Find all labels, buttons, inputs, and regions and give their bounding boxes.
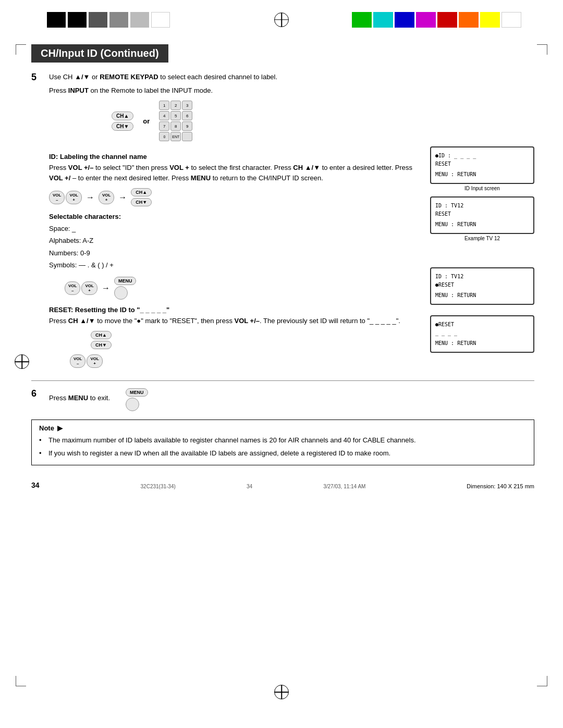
step5-text2: Press INPUT on the Remote to label the I… xyxy=(49,85,534,96)
note-label: Note xyxy=(39,424,54,432)
key-1: 1 xyxy=(159,101,169,110)
vol-minus-r: VOL– xyxy=(70,354,85,368)
reset-ch-buttons: CH▲ CH▼ xyxy=(49,331,420,349)
center-reg-mark xyxy=(274,13,289,27)
footer-meta: 32C231(31-34) 34 3/27/03, 11:14 AM xyxy=(141,484,366,489)
note-item-2: • If you wish to register a new ID when … xyxy=(39,448,527,459)
color-bars xyxy=(352,12,521,28)
arrow-3: → xyxy=(102,283,110,293)
key-3: 3 xyxy=(182,101,192,110)
after-reset-line2: _ _ _ _ xyxy=(435,329,529,337)
ch-reset-group: CH▲ CH▼ xyxy=(91,331,112,349)
arrow-2: → xyxy=(118,193,127,202)
or-text: or xyxy=(143,117,150,125)
corner-mark-tl xyxy=(16,44,26,55)
menu-exit-label: MENU xyxy=(126,388,148,397)
id-labeling-text: Press VOL +/– to select "ID" then press … xyxy=(49,163,420,183)
keypad-graphic: 1 2 3 4 5 6 7 8 9 0 ENT xyxy=(159,101,192,141)
keypad: 1 2 3 4 5 6 7 8 9 0 ENT xyxy=(159,101,192,141)
chv-button: CH▼ xyxy=(112,122,133,131)
bottom-center-reg-mark xyxy=(274,685,289,699)
after-reset-line1: ●RESET xyxy=(435,320,529,329)
key-4: 4 xyxy=(159,111,169,120)
selectable-space: Space: _ xyxy=(49,223,420,235)
corner-mark-tr xyxy=(537,44,547,55)
after-reset-wrap: ●RESET _ _ _ _ MENU : RETURN xyxy=(430,315,534,353)
reset-sel-line3: MENU : RETURN xyxy=(435,291,529,300)
gray-seg-1 xyxy=(89,12,107,28)
key-6: 6 xyxy=(182,111,192,120)
vol-plus-3: VOL+ xyxy=(81,281,97,295)
example-tv12-screen: ID : TV12 RESET MENU : RETURN xyxy=(430,196,534,234)
footer-code: 32C231(31-34) xyxy=(141,484,176,489)
page-title: CH/Input ID (Continued) xyxy=(41,47,159,59)
ch-btn-group: CH▲ CH▼ xyxy=(112,112,133,131)
white-seg xyxy=(151,12,170,28)
chv-btn-3: CH▼ xyxy=(91,341,112,349)
reset-selected-screen: ID : TV12 ●RESET MENU : RETURN xyxy=(430,267,534,305)
red-bar xyxy=(437,12,457,28)
menu-btn-round xyxy=(114,286,128,300)
menu-exit-round xyxy=(126,398,139,411)
blue-bar xyxy=(395,12,414,28)
chv-btn-2: CH▼ xyxy=(131,198,152,206)
vol-pair-2-wrap: VOL– VOL+ xyxy=(65,281,97,295)
note-text-1: The maximum number of ID labels availabl… xyxy=(48,435,416,446)
id-labeling-heading: ID: Labeling the channel name xyxy=(49,153,420,161)
id-input-line2: RESET xyxy=(435,160,529,168)
yellow-bar xyxy=(480,12,500,28)
vol-minus-1: VOL– xyxy=(49,191,65,204)
black-seg-1 xyxy=(47,12,66,28)
selectable-numbers: Numbers: 0-9 xyxy=(49,247,420,259)
orange-bar xyxy=(459,12,479,28)
key-8: 8 xyxy=(170,121,181,131)
reset-sel-line1: ID : TV12 xyxy=(435,273,529,281)
id-input-screen: ●ID : _ _ _ _ RESET MENU : RETURN xyxy=(430,146,534,184)
ch-btn-group-3: CH▲ CH▼ xyxy=(91,331,112,349)
corner-mark-bl xyxy=(16,676,26,686)
key-5: 5 xyxy=(170,111,181,120)
arrow-1: → xyxy=(86,193,94,202)
gray-seg-3 xyxy=(130,12,149,28)
note-header: Note ▶ xyxy=(39,424,527,432)
id-input-screen-wrap: ●ID : _ _ _ _ RESET MENU : RETURN ID Inp… xyxy=(430,146,534,191)
reset-sel-line2: ●RESET xyxy=(435,281,529,289)
cha-btn-3: CH▲ xyxy=(91,331,112,339)
id-labeling-buttons: VOL– VOL+ → VOL+ → CH▲ CH▼ xyxy=(49,188,420,206)
magenta-bar xyxy=(416,12,436,28)
key-0: 0 xyxy=(159,132,169,141)
step-6: 6 Press MENU to exit. MENU xyxy=(31,388,534,411)
cha-button: CH▲ xyxy=(112,112,133,120)
white-bar xyxy=(501,12,521,28)
green-bar xyxy=(352,12,372,28)
step-6-content: Press MENU to exit. MENU xyxy=(49,388,534,411)
selectable-symbols: Symbols: — . & ( ) / + xyxy=(49,259,420,271)
step-6-number: 6 xyxy=(31,388,43,411)
footer: 34 32C231(31-34) 34 3/27/03, 11:14 AM Di… xyxy=(0,476,563,497)
step6-text: Press MENU to exit. xyxy=(49,393,110,403)
footer-date: 3/27/03, 11:14 AM xyxy=(323,484,365,489)
step5-text1: Use CH ▲/▼ or REMOTE KEYPAD to select ea… xyxy=(49,72,534,82)
footer-page-center: 34 xyxy=(247,484,252,489)
id-input-screen-label: ID Input screen xyxy=(430,186,534,191)
main-content: CH/Input ID (Continued) 5 Use CH ▲/▼ or … xyxy=(0,39,563,476)
vol-pair-2: VOL– VOL+ xyxy=(65,281,97,295)
key-ent: ENT xyxy=(170,132,181,141)
vol-pair-1: VOL– VOL+ xyxy=(49,191,82,204)
key-7: 7 xyxy=(159,121,169,131)
cyan-bar xyxy=(373,12,393,28)
selectable-buttons: VOL– VOL+ → MENU xyxy=(49,277,420,300)
selectable-alpha: Alphabets: A-Z xyxy=(49,235,420,246)
reset-heading: RESET: Resetting the ID to "_ _ _ _ _" xyxy=(49,306,420,314)
id-input-line3: MENU : RETURN xyxy=(435,170,529,179)
vol-plus-2: VOL+ xyxy=(99,191,114,204)
example-line2: RESET xyxy=(435,210,529,218)
vol-pair-reset: VOL– VOL+ xyxy=(70,354,103,368)
col-right: ●ID : _ _ _ _ RESET MENU : RETURN ID Inp… xyxy=(430,146,534,373)
menu-btn-label: MENU xyxy=(114,277,137,285)
top-bar xyxy=(0,0,563,39)
gray-seg-2 xyxy=(109,12,128,28)
step-5: 5 Use CH ▲/▼ or REMOTE KEYPAD to select … xyxy=(31,72,534,373)
page-title-box: CH/Input ID (Continued) xyxy=(31,44,168,63)
example-tv12-wrap: ID : TV12 RESET MENU : RETURN Example TV… xyxy=(430,196,534,241)
